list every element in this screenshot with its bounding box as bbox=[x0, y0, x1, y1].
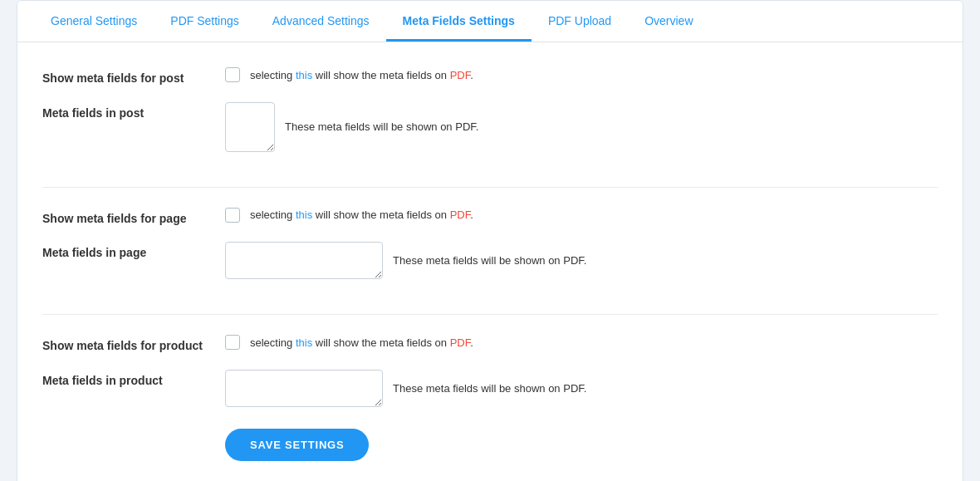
meta-label-post: Meta fields in post bbox=[42, 102, 225, 122]
meta-row-page: Meta fields in pageThese meta fields wil… bbox=[42, 242, 938, 279]
save-control: SAVE SETTINGS bbox=[225, 422, 938, 461]
settings-content: Show meta fields for postselecting this … bbox=[17, 42, 963, 481]
meta-row-product: Meta fields in productThese meta fields … bbox=[42, 370, 938, 407]
show-desc-product: selecting this will show the meta fields… bbox=[250, 336, 473, 349]
show-control-product: selecting this will show the meta fields… bbox=[225, 335, 938, 350]
checkbox-product[interactable] bbox=[225, 335, 240, 350]
show-control-page: selecting this will show the meta fields… bbox=[225, 208, 938, 223]
tab-pdf-upload[interactable]: PDF Upload bbox=[532, 1, 628, 42]
section-page: Show meta fields for pageselecting this … bbox=[42, 208, 938, 316]
show-label-post: Show meta fields for post bbox=[42, 67, 225, 87]
meta-row-post: Meta fields in postThese meta fields wil… bbox=[42, 102, 938, 152]
show-control-post: selecting this will show the meta fields… bbox=[225, 67, 938, 82]
meta-input-product[interactable] bbox=[225, 370, 383, 407]
meta-control-product: These meta fields will be shown on PDF. bbox=[225, 370, 938, 407]
tab-general[interactable]: General Settings bbox=[34, 1, 154, 42]
tab-advanced[interactable]: Advanced Settings bbox=[256, 1, 386, 42]
meta-desc-page: These meta fields will be shown on PDF. bbox=[393, 254, 586, 267]
show-label-page: Show meta fields for page bbox=[42, 208, 225, 228]
show-label-product: Show meta fields for product bbox=[42, 335, 225, 355]
show-desc-page: selecting this will show the meta fields… bbox=[250, 209, 473, 221]
tab-meta-fields[interactable]: Meta Fields Settings bbox=[386, 1, 532, 42]
show-row-post: Show meta fields for postselecting this … bbox=[42, 67, 938, 87]
meta-desc-post: These meta fields will be shown on PDF. bbox=[285, 120, 478, 133]
show-row-product: Show meta fields for productselecting th… bbox=[42, 335, 938, 355]
meta-desc-product: These meta fields will be shown on PDF. bbox=[393, 382, 586, 395]
section-product: Show meta fields for productselecting th… bbox=[42, 335, 938, 481]
tabs-nav: General SettingsPDF SettingsAdvanced Set… bbox=[17, 1, 963, 42]
settings-container: General SettingsPDF SettingsAdvanced Set… bbox=[17, 0, 963, 481]
show-row-page: Show meta fields for pageselecting this … bbox=[42, 208, 938, 228]
meta-control-post: These meta fields will be shown on PDF. bbox=[225, 102, 938, 152]
section-post: Show meta fields for postselecting this … bbox=[42, 67, 938, 188]
show-desc-post: selecting this will show the meta fields… bbox=[250, 69, 473, 81]
meta-label-page: Meta fields in page bbox=[42, 242, 225, 262]
save-row: SAVE SETTINGS bbox=[42, 422, 938, 461]
meta-input-post[interactable] bbox=[225, 102, 275, 152]
meta-input-page[interactable] bbox=[225, 242, 383, 279]
tab-pdf[interactable]: PDF Settings bbox=[154, 1, 255, 42]
save-button[interactable]: SAVE SETTINGS bbox=[225, 429, 369, 461]
meta-control-page: These meta fields will be shown on PDF. bbox=[225, 242, 938, 279]
checkbox-page[interactable] bbox=[225, 208, 240, 223]
tab-overview[interactable]: Overview bbox=[628, 1, 709, 42]
meta-label-product: Meta fields in product bbox=[42, 370, 225, 390]
checkbox-post[interactable] bbox=[225, 67, 240, 82]
